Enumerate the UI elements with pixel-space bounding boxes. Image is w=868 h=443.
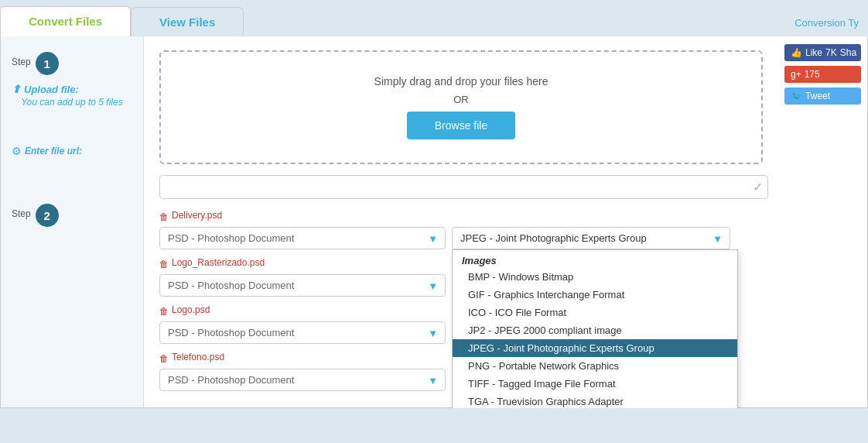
step1-header: Step 1 xyxy=(12,52,132,75)
dropzone[interactable]: Simply drag and drop your files here OR … xyxy=(159,50,763,164)
url-input-row: ✓ xyxy=(159,175,763,199)
dropdown-item-gif[interactable]: GIF - Graphics Interchange Format xyxy=(453,286,737,304)
file3-format-select[interactable]: PSD - Photoshop Document xyxy=(159,321,446,344)
file3-name: Logo.psd xyxy=(172,304,210,315)
file4-format-wrapper: PSD - Photoshop Document ▼ xyxy=(159,369,446,391)
dropdown-item-ico[interactable]: ICO - ICO File Format xyxy=(453,304,737,321)
gplus-icon: g+ xyxy=(791,69,801,80)
center-area: Simply drag and drop your files here OR … xyxy=(144,36,778,407)
left-sidebar: Step 1 ⬆ Upload file: You can add up to … xyxy=(1,36,144,407)
dropzone-text: Simply drag and drop your files here xyxy=(374,75,548,88)
dropdown-item-jp2[interactable]: JP2 - JPEG 2000 compliant image xyxy=(453,321,737,339)
conversion-type-link[interactable]: Conversion Ty xyxy=(785,9,868,36)
file4-format-select[interactable]: PSD - Photoshop Document xyxy=(159,369,446,391)
url-label: Enter file url: xyxy=(25,146,82,156)
tab-convert-files[interactable]: Convert Files xyxy=(0,6,131,37)
twitter-button[interactable]: 🐦 Tweet xyxy=(784,88,861,105)
dropdown-item-tga[interactable]: TGA - Truevision Graphics Adapter xyxy=(453,393,737,408)
url-label-row: ⚙ Enter file url: xyxy=(12,145,132,157)
step2-section: 🗑 Delivery.psd PSD - Photoshop Document … xyxy=(159,210,763,391)
upload-label: ⬆ Upload file: xyxy=(12,83,132,95)
browse-file-button[interactable]: Browse file xyxy=(407,112,515,139)
step1-label: Step xyxy=(12,57,31,67)
file1-convert-wrapper: JPEG - Joint Photographic Experts Group … xyxy=(452,227,730,249)
dropdown-group-label: Images xyxy=(453,250,737,268)
dropdown-item-png[interactable]: PNG - Portable Network Graphics xyxy=(453,357,737,375)
trash-icon-3[interactable]: 🗑 xyxy=(159,306,169,317)
step2-circle: 2 xyxy=(36,204,59,227)
tabs-bar: Convert Files View Files Conversion Ty xyxy=(0,0,868,36)
dropdown-item-jpeg[interactable]: JPEG - Joint Photographic Experts Group xyxy=(453,339,737,357)
format-dropdown-popup: Images BMP - Windows Bitmap GIF - Graphi… xyxy=(452,249,738,408)
file1-conversion-row: PSD - Photoshop Document ▼ JPEG - Joint … xyxy=(159,227,763,249)
trash-icon-2[interactable]: 🗑 xyxy=(159,259,169,270)
tab-view-files[interactable]: View Files xyxy=(131,7,244,36)
gplus-count: 175 xyxy=(805,69,820,80)
file1-format-wrapper: PSD - Photoshop Document ▼ xyxy=(159,227,446,249)
file1-format-select[interactable]: PSD - Photoshop Document xyxy=(159,227,446,249)
dropdown-item-bmp[interactable]: BMP - Windows Bitmap xyxy=(453,268,737,286)
file1-label-row: 🗑 Delivery.psd xyxy=(159,210,763,224)
fb-share-label: Sha xyxy=(840,47,856,58)
step1-circle: 1 xyxy=(36,52,59,75)
upload-sublabel: You can add up to 5 files xyxy=(12,97,132,108)
file2-format-wrapper: PSD - Photoshop Document ▼ xyxy=(159,274,446,297)
tweet-label: Tweet xyxy=(805,91,830,101)
main-content: Step 1 ⬆ Upload file: You can add up to … xyxy=(0,36,868,408)
trash-icon-1[interactable]: 🗑 xyxy=(159,211,169,222)
fb-like-icon: 👍 xyxy=(791,47,802,58)
file1-name: Delivery.psd xyxy=(172,210,222,221)
fb-like-count: 7K xyxy=(825,47,837,58)
dropzone-or: OR xyxy=(453,94,469,105)
fb-like-label: Like xyxy=(805,47,822,58)
check-icon: ✓ xyxy=(753,180,763,194)
file4-name: Telefono.psd xyxy=(172,352,224,362)
twitter-icon: 🐦 xyxy=(791,91,802,101)
url-input-field[interactable] xyxy=(159,175,768,199)
file2-name: Logo_Rasterizado.psd xyxy=(172,257,265,268)
dropdown-item-tiff[interactable]: TIFF - Tagged Image File Format xyxy=(453,375,737,393)
file3-format-wrapper: PSD - Photoshop Document ▼ xyxy=(159,321,446,344)
right-sidebar: 👍 Like 7K Sha g+ 175 🐦 Tweet xyxy=(778,36,867,407)
step2-header: Step 2 xyxy=(12,204,132,227)
trash-icon-4[interactable]: 🗑 xyxy=(159,353,169,364)
file1-convert-select[interactable]: JPEG - Joint Photographic Experts Group xyxy=(452,227,730,249)
step2-label: Step xyxy=(12,208,31,219)
file2-format-select[interactable]: PSD - Photoshop Document xyxy=(159,274,446,297)
gplus-button[interactable]: g+ 175 xyxy=(784,66,861,83)
file-row-1: 🗑 Delivery.psd PSD - Photoshop Document … xyxy=(159,210,763,249)
facebook-like-button[interactable]: 👍 Like 7K Sha xyxy=(784,44,861,61)
